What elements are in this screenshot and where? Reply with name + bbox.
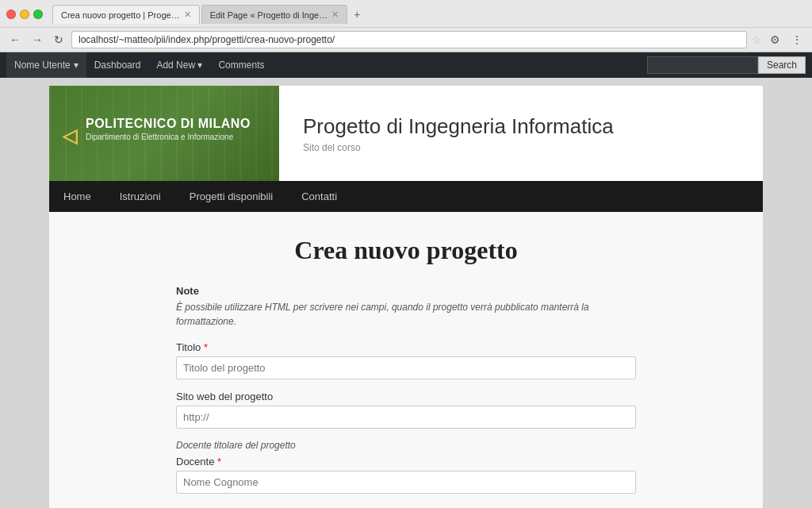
tabs-row: Crea nuovo progetto | Proge… ✕ Edit Page… xyxy=(52,5,806,24)
new-tab-button[interactable]: + xyxy=(349,5,365,24)
reload-button[interactable]: ↻ xyxy=(51,32,67,48)
titolo-required-star: * xyxy=(204,341,208,353)
tab-close-icon-2[interactable]: ✕ xyxy=(331,10,339,20)
wp-user-label: Nome Utente xyxy=(14,60,71,71)
wp-admin-bar: Nome Utente ▾ Dashboard Add New ▾ Commen… xyxy=(0,52,812,78)
window-controls xyxy=(6,10,43,19)
nav-contatti[interactable]: Contatti xyxy=(287,181,351,212)
browser-chrome: Crea nuovo progetto | Proge… ✕ Edit Page… xyxy=(0,0,812,52)
logo-arrow-icon: ◃ xyxy=(62,118,78,150)
header-logo: ◃ POLITECNICO DI MILANO Dipartimento di … xyxy=(49,86,279,181)
title-bar: Crea nuovo progetto | Proge… ✕ Edit Page… xyxy=(0,0,812,27)
nav-istruzioni[interactable]: Istruzioni xyxy=(105,181,175,212)
logo-text: POLITECNICO DI MILANO Dipartimento di El… xyxy=(86,117,251,141)
page-title: Crea nuovo progetto xyxy=(65,236,747,265)
maximize-button[interactable] xyxy=(33,10,43,19)
docente-label: Docente * xyxy=(176,456,636,468)
minimize-button[interactable] xyxy=(20,10,29,19)
wp-dashboard-link[interactable]: Dashboard xyxy=(86,52,149,78)
nav-home[interactable]: Home xyxy=(49,181,105,212)
wp-comments-label: Comments xyxy=(218,60,264,71)
close-button[interactable] xyxy=(6,10,16,19)
bookmark-icon[interactable]: ☆ xyxy=(752,33,762,46)
wp-addnew-label: Add New ▾ xyxy=(156,60,202,71)
tab-close-icon[interactable]: ✕ xyxy=(184,10,191,20)
site-main: Crea nuovo progetto Note È possibile uti… xyxy=(49,212,763,508)
extensions-icon[interactable]: ⚙ xyxy=(767,32,783,48)
titolo-group: Titolo * xyxy=(176,341,636,379)
tab-active[interactable]: Crea nuovo progetto | Proge… ✕ xyxy=(52,5,200,24)
note-label: Note xyxy=(176,285,636,297)
docente-section-label: Docente titolare del progetto xyxy=(176,440,636,451)
department-name: Dipartimento di Elettronica e Informazio… xyxy=(86,133,251,141)
nav-progetti[interactable]: Progetti disponibili xyxy=(175,181,288,212)
site-tagline: Sito del corso xyxy=(303,142,614,153)
site-wrapper: ◃ POLITECNICO DI MILANO Dipartimento di … xyxy=(49,86,763,508)
wp-addnew-link[interactable]: Add New ▾ xyxy=(148,52,210,78)
wp-user-arrow: ▾ xyxy=(74,60,79,71)
wp-dashboard-label: Dashboard xyxy=(94,60,141,71)
tab-label: Crea nuovo progetto | Proge… xyxy=(61,10,180,20)
docente-section: Docente titolare del progetto Docente * xyxy=(176,440,636,494)
form-area: Note È possibile utilizzare HTML per scr… xyxy=(176,285,636,494)
sito-input[interactable] xyxy=(176,406,636,429)
note-text: È possibile utilizzare HTML per scrivere… xyxy=(176,300,636,329)
docente-required-star: * xyxy=(217,456,221,468)
wp-search-input[interactable] xyxy=(647,56,758,74)
address-bar[interactable] xyxy=(71,31,747,48)
wp-user-menu[interactable]: Nome Utente ▾ xyxy=(6,52,86,78)
sito-label: Sito web del progetto xyxy=(176,391,636,402)
wp-comments-link[interactable]: Comments xyxy=(210,52,272,78)
nav-bar: ← → ↻ ☆ ⚙ ⋮ xyxy=(0,27,812,52)
logo-content: ◃ POLITECNICO DI MILANO Dipartimento di … xyxy=(62,117,251,150)
wp-search-wrap: Search xyxy=(647,56,806,74)
site-title: Progetto di Ingegneria Informatica xyxy=(303,114,614,139)
institution-name: POLITECNICO DI MILANO xyxy=(86,117,251,131)
wp-search-button[interactable]: Search xyxy=(758,56,806,74)
menu-icon[interactable]: ⋮ xyxy=(788,32,806,48)
tab-inactive[interactable]: Edit Page « Progetto di Inge… ✕ xyxy=(201,5,348,24)
back-button[interactable]: ← xyxy=(6,32,24,48)
titolo-label: Titolo * xyxy=(176,341,636,353)
header-site-info: Progetto di Ingegneria Informatica Sito … xyxy=(279,98,638,169)
titolo-input[interactable] xyxy=(176,356,636,379)
site-header: ◃ POLITECNICO DI MILANO Dipartimento di … xyxy=(49,86,763,181)
site-nav: Home Istruzioni Progetti disponibili Con… xyxy=(49,181,763,212)
tab-label-2: Edit Page « Progetto di Inge… xyxy=(210,10,328,20)
forward-button[interactable]: → xyxy=(29,32,46,48)
sito-group: Sito web del progetto xyxy=(176,391,636,429)
docente-input[interactable] xyxy=(176,471,636,494)
